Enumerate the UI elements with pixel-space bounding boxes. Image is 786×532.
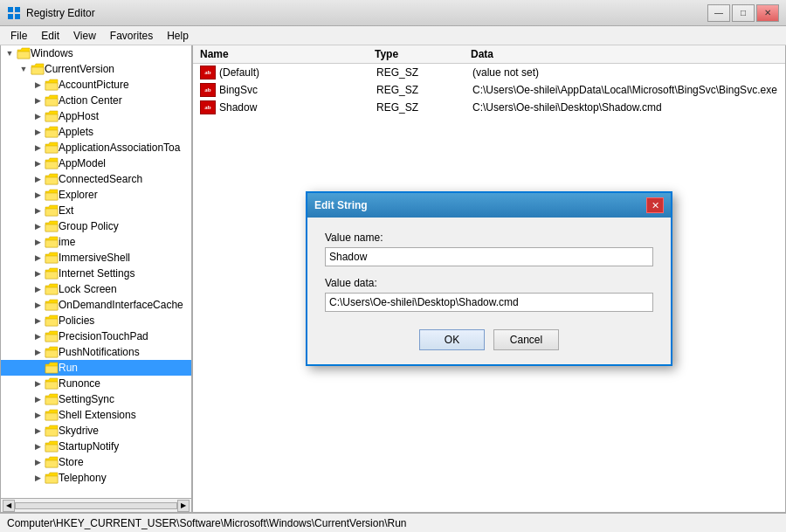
tree-item-immersiveshell[interactable]: ▶ ImmersiveShell bbox=[1, 250, 191, 266]
expander-applets[interactable]: ▶ bbox=[31, 125, 45, 139]
tree-item-ondemandinterfacecache[interactable]: ▶ OnDemandInterfaceCache bbox=[1, 297, 191, 313]
menu-file[interactable]: File bbox=[3, 28, 34, 44]
tree-item-precisiontouchpad[interactable]: ▶ PrecisionTouchPad bbox=[1, 328, 191, 344]
expander-windows[interactable]: ▼ bbox=[3, 46, 17, 60]
value-name-input[interactable] bbox=[325, 247, 653, 266]
tree-label-store: Store bbox=[59, 456, 84, 468]
tree-item-accountpicture[interactable]: ▶ AccountPicture bbox=[1, 77, 191, 93]
expander-lockscreen[interactable]: ▶ bbox=[31, 282, 45, 296]
expander-telephony[interactable]: ▶ bbox=[31, 471, 45, 485]
menu-help[interactable]: Help bbox=[160, 28, 196, 44]
tree-item-startupnotify[interactable]: ▶ StartupNotify bbox=[1, 439, 191, 454]
main-container: ▼ Windows ▼ CurrentVersion ▶ bbox=[0, 45, 786, 513]
maximize-button[interactable]: □ bbox=[732, 4, 755, 22]
tree-item-internetsettings[interactable]: ▶ Internet Settings bbox=[1, 266, 191, 281]
tree-item-currentversion[interactable]: ▼ CurrentVersion bbox=[1, 61, 191, 77]
tree-label-applicationassociation: ApplicationAssociationToa bbox=[59, 142, 180, 154]
tree-item-run[interactable]: Run bbox=[1, 360, 191, 376]
menu-view[interactable]: View bbox=[66, 28, 103, 44]
expander-currentversion[interactable]: ▼ bbox=[17, 62, 31, 76]
tree-item-appmodel[interactable]: ▶ AppModel bbox=[1, 155, 191, 171]
tree-item-runonce[interactable]: ▶ Runonce bbox=[1, 376, 191, 391]
tree-horizontal-scroll[interactable]: ◀ ▶ bbox=[1, 498, 191, 512]
expander-startupnotify[interactable]: ▶ bbox=[31, 439, 45, 453]
tree-item-connectedsearch[interactable]: ▶ ConnectedSearch bbox=[1, 171, 191, 187]
tree-item-applets[interactable]: ▶ Applets bbox=[1, 124, 191, 140]
tree-label-explorer: Explorer bbox=[59, 189, 98, 201]
expander-connectedsearch[interactable]: ▶ bbox=[31, 172, 45, 186]
tree-item-store[interactable]: ▶ Store bbox=[1, 454, 191, 470]
cancel-button[interactable]: Cancel bbox=[493, 329, 559, 350]
h-scroll-track[interactable] bbox=[15, 502, 177, 509]
folder-icon-shellextensions bbox=[45, 409, 59, 421]
expander-ext[interactable]: ▶ bbox=[31, 204, 45, 218]
expander-immersiveshell[interactable]: ▶ bbox=[31, 251, 45, 265]
folder-icon-precisiontouchpad bbox=[45, 330, 59, 342]
tree-item-applicationassociation[interactable]: ▶ ApplicationAssociationToa bbox=[1, 140, 191, 155]
expander-applicationassociation[interactable]: ▶ bbox=[31, 141, 45, 155]
tree-item-ime[interactable]: ▶ ime bbox=[1, 234, 191, 250]
folder-icon-runonce bbox=[45, 377, 59, 390]
dialog-close-button[interactable]: ✕ bbox=[646, 197, 664, 213]
expander-run[interactable] bbox=[31, 361, 45, 375]
expander-precisiontouchpad[interactable]: ▶ bbox=[31, 329, 45, 343]
tree-item-policies[interactable]: ▶ Policies bbox=[1, 313, 191, 328]
menu-bar: File Edit View Favorites Help bbox=[0, 26, 786, 45]
dialog-title-bar: Edit String ✕ bbox=[307, 193, 671, 218]
expander-appmodel[interactable]: ▶ bbox=[31, 156, 45, 170]
tree-item-lockscreen[interactable]: ▶ Lock Screen bbox=[1, 281, 191, 297]
title-bar-left: Registry Editor bbox=[7, 6, 95, 20]
tree-item-settingsync[interactable]: ▶ SettingSync bbox=[1, 391, 191, 407]
expander-actioncenter[interactable]: ▶ bbox=[31, 93, 45, 107]
minimize-button[interactable]: — bbox=[707, 4, 730, 22]
tree-item-ext[interactable]: ▶ Ext bbox=[1, 203, 191, 218]
expander-internetsettings[interactable]: ▶ bbox=[31, 266, 45, 280]
folder-icon-actioncenter bbox=[45, 94, 59, 107]
close-button[interactable]: ✕ bbox=[756, 4, 779, 22]
tree-label-startupnotify: StartupNotify bbox=[59, 440, 119, 453]
expander-store[interactable]: ▶ bbox=[31, 455, 45, 469]
expander-settingsync[interactable]: ▶ bbox=[31, 392, 45, 406]
tree-item-explorer[interactable]: ▶ Explorer bbox=[1, 187, 191, 203]
value-data-input[interactable] bbox=[325, 293, 653, 312]
tree-label-pushnotifications: PushNotifications bbox=[59, 346, 140, 358]
expander-policies[interactable]: ▶ bbox=[31, 314, 45, 328]
tree-label-currentversion: CurrentVersion bbox=[45, 63, 114, 75]
folder-icon-startupnotify bbox=[45, 440, 59, 453]
registry-tree[interactable]: ▼ Windows ▼ CurrentVersion ▶ bbox=[1, 45, 191, 498]
tree-label-appmodel: AppModel bbox=[59, 157, 106, 169]
folder-icon-internetsettings bbox=[45, 267, 59, 280]
tree-item-telephony[interactable]: ▶ Telephony bbox=[1, 470, 191, 486]
expander-apphost[interactable]: ▶ bbox=[31, 109, 45, 123]
dialog-title: Edit String bbox=[314, 199, 368, 211]
expander-ime[interactable]: ▶ bbox=[31, 235, 45, 249]
expander-explorer[interactable]: ▶ bbox=[31, 188, 45, 202]
tree-label-applets: Applets bbox=[59, 126, 93, 138]
expander-accountpicture[interactable]: ▶ bbox=[31, 78, 45, 92]
menu-favorites[interactable]: Favorites bbox=[103, 28, 160, 44]
tree-item-grouppolicy[interactable]: ▶ Group Policy bbox=[1, 218, 191, 234]
tree-item-shellextensions[interactable]: ▶ Shell Extensions bbox=[1, 407, 191, 423]
folder-icon-skydrive bbox=[45, 425, 59, 437]
expander-skydrive[interactable]: ▶ bbox=[31, 424, 45, 438]
tree-label-runonce: Runonce bbox=[59, 377, 100, 390]
menu-edit[interactable]: Edit bbox=[34, 28, 66, 44]
tree-item-windows[interactable]: ▼ Windows bbox=[1, 45, 191, 61]
scroll-left-btn[interactable]: ◀ bbox=[3, 500, 15, 512]
tree-label-immersiveshell: ImmersiveShell bbox=[59, 252, 130, 264]
expander-runonce[interactable]: ▶ bbox=[31, 377, 45, 390]
expander-ondemandinterfacecache[interactable]: ▶ bbox=[31, 298, 45, 312]
tree-label-shellextensions: Shell Extensions bbox=[59, 409, 136, 421]
folder-icon-settingsync bbox=[45, 393, 59, 405]
expander-pushnotifications[interactable]: ▶ bbox=[31, 345, 45, 359]
value-name-label: Value name: bbox=[325, 231, 653, 244]
tree-item-apphost[interactable]: ▶ AppHost bbox=[1, 108, 191, 124]
tree-item-actioncenter[interactable]: ▶ Action Center bbox=[1, 93, 191, 108]
tree-item-pushnotifications[interactable]: ▶ PushNotifications bbox=[1, 344, 191, 360]
tree-item-skydrive[interactable]: ▶ Skydrive bbox=[1, 423, 191, 439]
ok-button[interactable]: OK bbox=[419, 329, 485, 350]
scroll-right-btn[interactable]: ▶ bbox=[177, 500, 190, 512]
folder-icon-pushnotifications bbox=[45, 346, 59, 358]
expander-grouppolicy[interactable]: ▶ bbox=[31, 219, 45, 233]
expander-shellextensions[interactable]: ▶ bbox=[31, 408, 45, 422]
